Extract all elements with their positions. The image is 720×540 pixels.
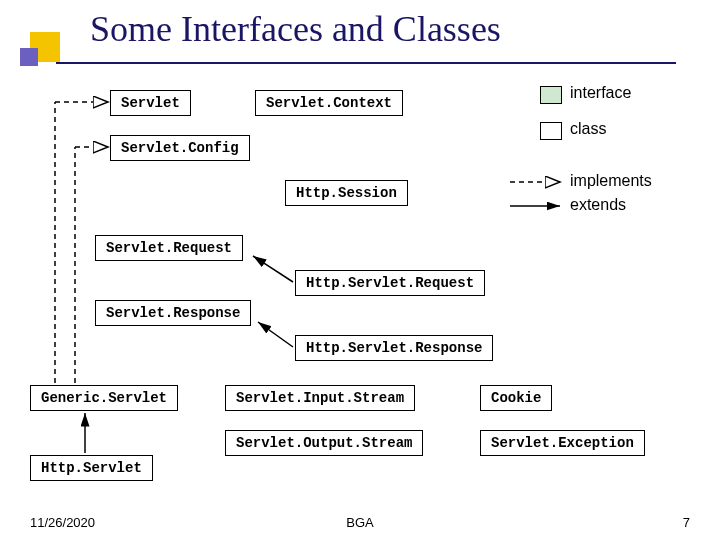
title-bullet-inner xyxy=(20,48,38,66)
box-servlet-response: Servlet.Response xyxy=(95,300,251,326)
slide-title: Some Interfaces and Classes xyxy=(90,8,501,50)
title-underline xyxy=(56,62,676,64)
box-servlet-exception: Servlet.Exception xyxy=(480,430,645,456)
arrow-httpservletresponse-extends xyxy=(258,322,293,347)
box-servlet: Servlet xyxy=(110,90,191,116)
footer-center: BGA xyxy=(0,515,720,530)
box-http-servlet-request: Http.Servlet.Request xyxy=(295,270,485,296)
box-http-servlet: Http.Servlet xyxy=(30,455,153,481)
footer-page: 7 xyxy=(683,515,690,530)
box-servlet-input-stream: Servlet.Input.Stream xyxy=(225,385,415,411)
legend-extends-label: extends xyxy=(570,196,626,214)
box-servlet-context: Servlet.Context xyxy=(255,90,403,116)
legend-class-label: class xyxy=(570,120,606,138)
arrow-httpservletrequest-extends xyxy=(253,256,293,282)
box-servlet-request: Servlet.Request xyxy=(95,235,243,261)
box-http-servlet-response: Http.Servlet.Response xyxy=(295,335,493,361)
box-generic-servlet: Generic.Servlet xyxy=(30,385,178,411)
box-servlet-output-stream: Servlet.Output.Stream xyxy=(225,430,423,456)
legend-interface-swatch xyxy=(540,86,562,104)
legend-class-swatch xyxy=(540,122,562,140)
box-http-session: Http.Session xyxy=(285,180,408,206)
slide: Some Interfaces and Classes Servlet Serv… xyxy=(0,0,720,540)
legend-interface-label: interface xyxy=(570,84,631,102)
legend-implements-label: implements xyxy=(570,172,652,190)
box-cookie: Cookie xyxy=(480,385,552,411)
box-servlet-config: Servlet.Config xyxy=(110,135,250,161)
